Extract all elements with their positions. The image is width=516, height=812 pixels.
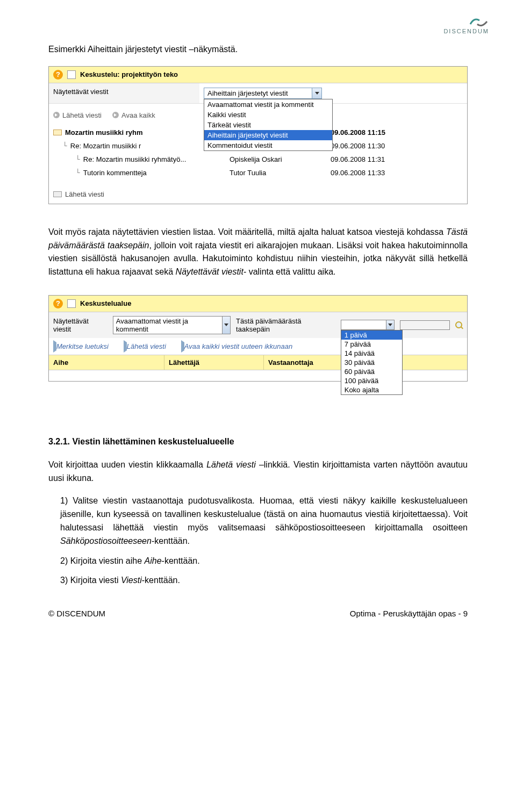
dropdown-option[interactable]: 14 päivää: [341, 349, 402, 358]
list-item: 2) Kirjoita viestin aihe Aihe-kenttään.: [60, 555, 468, 568]
screenshot-discussion-view: ? Keskustelu: projektityön teko Näytettä…: [48, 66, 468, 204]
search-input[interactable]: [400, 320, 450, 330]
list-item: 1) Valitse viestin vastaanottaja pudotus…: [60, 494, 468, 548]
dropdown-option[interactable]: Tärkeät viestit: [204, 120, 332, 130]
dropdown-option[interactable]: Kaikki viestit: [204, 110, 332, 120]
table-header-row: Aihe Lähettäjä Vastaanottaja: [49, 355, 467, 370]
filter-label: Näytettävät viestit: [49, 83, 199, 103]
section-heading: 3.2.1. Viestin lähettäminen keskustelual…: [48, 435, 468, 449]
body-paragraph: Voit kirjoittaa uuden viestin klikkaamal…: [48, 458, 468, 485]
tree-connector-icon: └: [76, 155, 80, 163]
th-sender[interactable]: Lähettäjä: [164, 355, 264, 370]
dropdown-option-selected[interactable]: Aiheittain järjestetyt viestit: [204, 130, 332, 140]
help-icon[interactable]: ?: [53, 299, 63, 308]
page-icon: [67, 299, 76, 308]
intro-caption: Esimerkki Aiheittain järjestetyt viestit…: [48, 43, 468, 56]
filter1-select[interactable]: Avaamattomat viestit ja kommentit: [113, 316, 231, 334]
footer-page-info: Optima - Peruskäyttäjän opas - 9: [350, 609, 468, 618]
body-paragraph: Voit myös rajata näytettävien viestien l…: [48, 226, 468, 279]
dropdown-option[interactable]: 100 päivää: [341, 376, 402, 385]
unread-mail-icon: [53, 130, 62, 135]
mark-read-link[interactable]: Merkitse luetuksi: [53, 342, 109, 350]
help-icon[interactable]: ?: [53, 70, 63, 80]
date-filter-label: Tästä päivämäärästä taaksepäin: [236, 317, 335, 333]
filter-select-value: Aiheittain järjestetyt viestit: [207, 89, 288, 97]
dropdown-option[interactable]: Kommentoidut viestit: [204, 140, 332, 150]
chevron-down-icon: [222, 317, 230, 334]
play-icon: [112, 112, 119, 118]
tree-connector-icon: └: [63, 142, 67, 150]
discussion-title: Keskustelu: projektityön teko: [80, 70, 178, 78]
dropdown-option[interactable]: 7 päivää: [341, 340, 402, 349]
search-icon[interactable]: [455, 321, 463, 329]
open-all-new-window-link[interactable]: Avaa kaikki viestit uuteen ikkunaan: [181, 342, 292, 350]
dropdown-option[interactable]: Koko ajalta: [341, 385, 402, 394]
filter-select[interactable]: Aiheittain järjestetyt viestit Avaamatto…: [204, 88, 322, 99]
dropdown-option[interactable]: 30 päivää: [341, 358, 402, 367]
area-title: Keskustelualue: [80, 299, 131, 307]
dropdown-option[interactable]: Avaamattomat viestit ja kommentit: [204, 99, 332, 110]
date-dropdown-list[interactable]: 1 päivä 7 päivää 14 päivää 30 päivää 60 …: [341, 330, 403, 395]
send-message-link[interactable]: Lähetä viesti: [53, 111, 102, 119]
screenshot-discussion-area: ? Keskustelualue Näytettävät viestit Ava…: [48, 295, 468, 382]
play-icon: [53, 112, 60, 118]
dropdown-option-selected[interactable]: 1 päivä: [341, 330, 402, 340]
list-item: 3) Kirjoita viesti Viesti-kenttään.: [60, 574, 468, 587]
dropdown-option[interactable]: 60 päivää: [341, 367, 402, 376]
mail-icon: [53, 191, 62, 197]
th-subject[interactable]: Aihe: [49, 355, 164, 370]
page-icon: [67, 70, 76, 79]
footer-copyright: © DISCENDUM: [48, 609, 105, 618]
brand-name: DISCENDUM: [443, 28, 489, 34]
send-message-footer-link[interactable]: Lähetä viesti: [65, 190, 104, 198]
chevron-down-icon: [312, 88, 321, 98]
tree-connector-icon: └: [76, 169, 80, 177]
filter-label: Näytettävät viestit: [53, 317, 108, 333]
date-filter-select[interactable]: [341, 320, 395, 330]
brand-logo: DISCENDUM: [443, 16, 489, 34]
chevron-down-icon: [386, 320, 394, 329]
message-row[interactable]: └ Re: Mozartin musiikki ryhmätyö... Opis…: [53, 153, 463, 166]
send-message-link[interactable]: Lähetä viesti: [124, 342, 166, 350]
filter-dropdown-list[interactable]: Avaamattomat viestit ja kommentit Kaikki…: [204, 99, 333, 151]
message-row[interactable]: └ Tutorin kommentteja Tutor Tuulia 09.06…: [53, 166, 463, 179]
open-all-link[interactable]: Avaa kaikk: [112, 111, 155, 119]
